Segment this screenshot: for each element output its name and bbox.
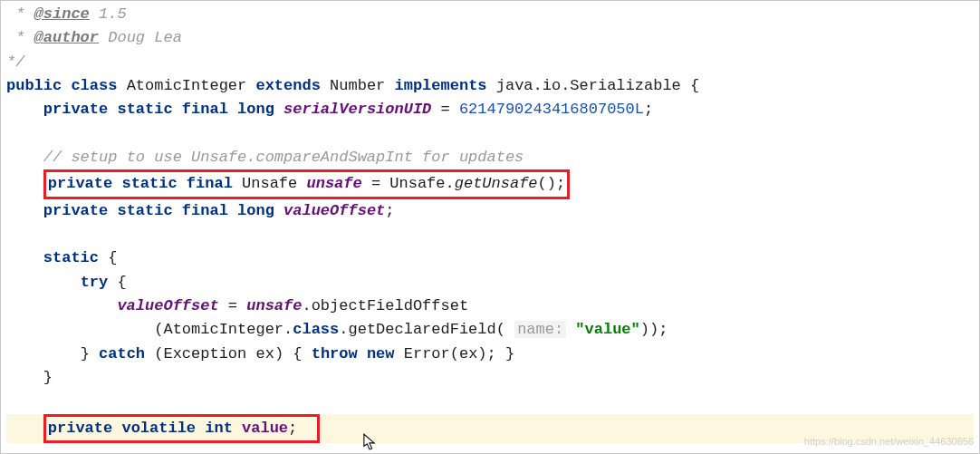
code-block: * @since 1.5 * @author Doug Lea */ publi… [1,1,979,445]
parameter-hint: name: [514,321,566,338]
blank-line [6,223,974,246]
blank-line [6,391,974,414]
highlight-box: private volatile int value; [43,414,320,443]
class-declaration: public class AtomicInteger extends Numbe… [6,74,974,98]
error-class: Error [404,345,450,362]
setup-comment: // setup to use Unsafe.compareAndSwapInt… [6,146,974,169]
method-getdeclaredfield: getDeclaredField [348,321,495,338]
string-literal: "value" [575,321,639,338]
serial-version-field: private static final long serialVersionU… [6,98,974,121]
watermark-text: https://blog.csdn.net/weixin_44630656 [804,434,974,449]
blank-line [6,122,974,146]
javadoc-since-tag: @since [34,5,90,23]
static-block-close: } [6,366,974,390]
serial-value: 6214790243416807050L [459,101,644,118]
field-value: value [242,420,288,437]
static-block-open: static { [6,246,974,270]
offset-assignment-continued: (AtomicInteger.class.getDeclaredField( n… [6,318,974,342]
offset-assignment: valueOffset = unsafe.objectFieldOffset [6,295,974,318]
javadoc-author-tag: @author [34,29,99,46]
highlight-box: private static final Unsafe unsafe = Uns… [43,169,570,198]
field-valueoffset: valueOffset [283,202,385,219]
field-serialversionuid: serialVersionUID [283,101,431,118]
valueoffset-declaration: private static final long valueOffset; [6,199,974,223]
catch-line: } catch (Exception ex) { throw new Error… [6,343,974,366]
method-objectfieldoffset: objectFieldOffset [312,297,468,314]
unsafe-declaration-line: private static final Unsafe unsafe = Uns… [6,169,974,198]
code-line: * @since 1.5 [6,3,974,26]
javadoc-since-value: 1.5 [99,5,127,23]
field-unsafe: unsafe [306,175,361,192]
code-line: */ [6,51,974,74]
javadoc-author-value: Doug Lea [108,29,182,46]
class-name: AtomicInteger [127,77,247,94]
code-line: * @author Doug Lea [6,26,974,50]
method-getunsafe: getUnsafe [455,175,538,192]
try-open: try { [6,271,974,295]
